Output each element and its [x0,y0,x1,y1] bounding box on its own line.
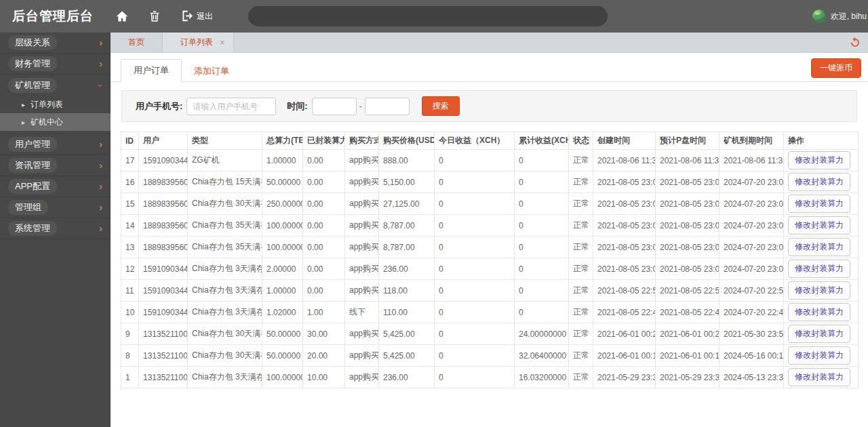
cell-price: 5,150.00 [379,171,435,193]
cell-actions: 修改封装算力 [784,171,859,193]
status-badge: 正常 [569,171,593,193]
cell-expire-time: 2024-07-20 23:02:36 [719,215,784,237]
cell-today-income: 0 [435,171,515,193]
cell-plot-time: 2021-08-05 22:45:03 [656,302,719,323]
modify-power-button[interactable]: 修改封装算力 [788,325,850,343]
status-badge: 正常 [569,258,593,280]
cell-total-power: 50.00000 [262,345,303,367]
time-start-input[interactable] [312,98,357,115]
column-header: 累计收益(XCH) [515,132,569,150]
table-row: 15 18898395608 Chia存力包 30天满存交付 250.00000… [121,193,859,215]
column-header: 状态 [569,132,593,150]
table-row: 11 15910903445 Chia存力包 3天满存交付 1.00000 0.… [121,280,859,302]
cell-user: 13135211000 [139,345,188,367]
logout-icon [180,9,194,23]
modify-power-button[interactable]: 修改封装算力 [788,303,850,321]
sidebar-item-finance[interactable]: 财务管理 › [0,54,111,75]
column-header: 预计P盘时间 [656,132,719,150]
sidebar-item-system[interactable]: 系统管理 › [0,218,111,239]
modify-power-button[interactable]: 修改封装算力 [788,216,850,235]
cell-cumulative-income: 32.06400000 [515,345,569,367]
cell-plot-time: 2021-06-01 00:21:08 [656,323,719,345]
sidebar-subitem-mining-center[interactable]: ▸ 矿机中心 [0,113,111,131]
modify-power-button[interactable]: 修改封装算力 [788,281,850,300]
navbar-user-area[interactable]: 欢迎, bihu [812,0,867,33]
cell-actions: 修改封装算力 [784,193,859,215]
status-badge: 正常 [569,150,593,171]
sidebar-item-news[interactable]: 资讯管理 › [0,155,111,176]
dispatch-coins-button[interactable]: 一键派币 [811,58,861,78]
column-header: 今日收益（XCH） [435,132,515,150]
cell-sealed-power: 0.00 [303,280,345,302]
sidebar-item-hierarchy[interactable]: 层级关系 › [0,33,111,54]
chevron-right-icon: › [99,202,102,213]
table-row: 17 15910903445 ZG矿机 1.00000 0.00 app购买 8… [121,150,859,171]
cell-plot-time: 2021-05-29 23:35:47 [656,367,719,388]
logout-label: 退出 [197,11,213,22]
cell-price: 5,425.00 [379,345,435,367]
cell-created-time: 2021-06-01 00:21:08 [593,323,656,345]
cell-type: Chia存力包 3天满存交付 [188,367,262,388]
column-header: 已封装算力 [303,132,345,150]
sidebar-item-app-config[interactable]: APP配置 › [0,176,111,197]
table-row: 13 18898395608 Chia存力包 35天满存交付 100.00000… [121,237,859,258]
navbar-search-input[interactable] [248,6,608,26]
modify-power-button[interactable]: 修改封装算力 [788,260,850,278]
status-badge: 正常 [569,302,593,323]
cell-today-income: 0 [435,280,515,302]
modify-power-button[interactable]: 修改封装算力 [788,346,850,365]
cell-sealed-power: 0.00 [303,171,345,193]
cell-created-time: 2021-08-06 11:32:56 [593,150,656,171]
modify-power-button[interactable]: 修改封装算力 [788,368,850,386]
cell-user: 15910903445 [139,302,188,323]
cell-actions: 修改封装算力 [784,367,859,388]
cell-today-income: 0 [435,193,515,215]
cell-today-income: 0 [435,150,515,171]
refresh-icon[interactable] [849,37,861,49]
column-header: 创建时间 [593,132,656,150]
home-icon[interactable] [115,9,129,23]
tab-home[interactable]: 首页 [111,33,162,52]
cell-created-time: 2021-05-29 23:35:47 [593,367,656,388]
cell-buy-method: app购买 [345,280,379,302]
cell-today-income: 0 [435,302,515,323]
cell-sealed-power: 0.00 [303,258,345,280]
cell-user: 15910903445 [139,280,188,302]
cell-actions: 修改封装算力 [784,302,859,323]
cell-sealed-power: 20.00 [303,345,345,367]
logout-button[interactable]: 退出 [171,9,213,23]
status-badge: 正常 [569,323,593,345]
modify-power-button[interactable]: 修改封装算力 [788,173,850,191]
cell-user: 13135211000 [139,323,188,345]
sidebar-item-users[interactable]: 用户管理 › [0,134,111,155]
trash-icon[interactable] [148,9,161,23]
cell-user: 13135211000 [139,367,188,388]
sidebar-item-admin-group[interactable]: 管理组 › [0,197,111,218]
subtab-user-orders[interactable]: 用户订单 [121,59,182,82]
app-title: 后台管理后台 [0,7,106,25]
sidebar-subitem-order-list[interactable]: ▸ 订单列表 [0,96,111,113]
cell-type: Chia存力包 30天满存交付 [188,193,262,215]
close-icon[interactable]: × [220,37,225,47]
status-badge: 正常 [569,345,593,367]
phone-label: 用户手机号: [136,100,182,113]
tab-order-list[interactable]: 订单列表 × [162,33,234,52]
modify-power-button[interactable]: 修改封装算力 [788,151,850,169]
cell-buy-method: app购买 [345,150,379,171]
cell-id: 11 [121,280,139,302]
time-end-input[interactable] [365,98,410,115]
modify-power-button[interactable]: 修改封装算力 [788,238,850,256]
cell-cumulative-income: 0 [515,171,569,193]
time-label: 时间: [287,100,307,113]
cell-buy-method: 线下 [345,302,379,323]
search-button[interactable]: 搜索 [422,96,460,116]
subtab-add-order[interactable]: 添加订单 [182,60,241,82]
phone-input[interactable] [186,98,276,115]
modify-power-button[interactable]: 修改封装算力 [788,195,850,213]
cell-id: 13 [121,237,139,258]
cell-type: ZG矿机 [188,150,262,171]
triangle-icon: ▸ [22,101,25,108]
cell-id: 10 [121,302,139,323]
orders-table: ID用户类型总算力(TB)已封装算力购买方式购买价格(USDT)今日收益（XCH… [121,131,859,388]
sidebar-item-mining[interactable]: 矿机管理 › [0,75,111,96]
